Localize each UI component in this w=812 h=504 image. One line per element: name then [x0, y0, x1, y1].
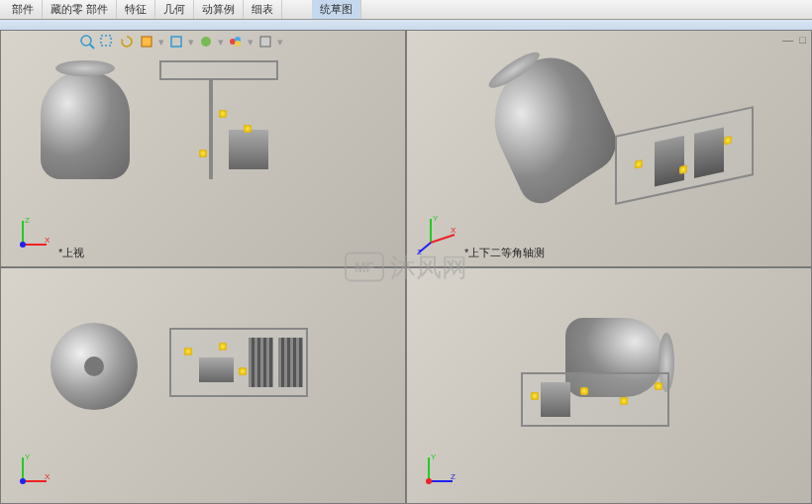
svg-rect-9 [260, 37, 270, 47]
svg-text:Y: Y [25, 453, 31, 461]
view-label-top: *上视 [58, 246, 84, 260]
axis-triad-icon: Y Z [417, 450, 460, 493]
svg-text:X: X [451, 226, 457, 235]
svg-text:Y: Y [433, 214, 439, 223]
section-icon[interactable] [139, 34, 154, 50]
svg-point-8 [235, 41, 241, 47]
main-menubar: 部件 藏的零 部件 特征 几何 动算例 细表 统草图 [0, 0, 812, 20]
restore-button[interactable]: □ [799, 34, 806, 46]
menu-detail[interactable]: 细表 [244, 0, 282, 19]
minimize-button[interactable]: — [782, 34, 793, 46]
viewport-side[interactable]: Y Z [406, 267, 812, 505]
svg-line-1 [90, 45, 94, 49]
model-tank [41, 70, 130, 179]
svg-text:Z: Z [451, 472, 456, 481]
menu-animation[interactable]: 动算例 [194, 0, 244, 19]
viewport-top[interactable]: Z X *上视 [0, 30, 406, 267]
svg-point-14 [20, 242, 26, 248]
menu-geometry[interactable]: 几何 [155, 0, 194, 19]
axis-triad-icon: Y X [11, 450, 54, 493]
viewport-front[interactable]: Y X [0, 267, 406, 505]
rotate-icon[interactable] [119, 34, 135, 50]
model-tank [477, 37, 624, 213]
model-assembly [521, 372, 669, 471]
svg-rect-3 [142, 37, 152, 47]
model-assembly [615, 104, 763, 235]
svg-rect-2 [101, 36, 111, 46]
window-controls: — □ [782, 34, 806, 46]
menu-parts[interactable]: 部件 [4, 0, 43, 19]
viewport-quad: — □ Z X *上视 Y [0, 30, 812, 504]
svg-text:Z: Z [417, 248, 422, 256]
view-toolbar: ▾ ▾ ▾ ▾ ▾ [79, 34, 283, 50]
appearance-icon[interactable] [228, 34, 244, 50]
menu-drawing[interactable]: 统草图 [312, 0, 361, 19]
svg-line-17 [431, 235, 455, 243]
svg-point-5 [201, 37, 211, 47]
scene-icon[interactable] [198, 34, 214, 50]
svg-point-30 [426, 478, 432, 484]
display-style-icon[interactable] [168, 34, 184, 50]
settings-icon[interactable] [257, 34, 273, 50]
svg-text:X: X [45, 236, 51, 245]
svg-text:X: X [45, 472, 51, 481]
svg-text:Z: Z [25, 216, 30, 225]
axis-triad-icon: Y X Z [417, 213, 460, 256]
viewport-isometric[interactable]: Y X Z *上下二等角轴测 [406, 30, 812, 267]
menu-favorite-parts[interactable]: 藏的零 部件 [43, 0, 117, 19]
svg-point-25 [20, 478, 26, 484]
svg-point-0 [81, 36, 91, 46]
model-tank [51, 323, 138, 410]
menu-features[interactable]: 特征 [117, 0, 155, 19]
svg-text:Y: Y [431, 453, 437, 461]
zoom-area-icon[interactable] [99, 34, 115, 50]
zoom-fit-icon[interactable] [79, 34, 95, 50]
model-assembly [169, 328, 318, 427]
model-assembly [159, 60, 308, 159]
svg-rect-4 [171, 37, 181, 47]
axis-triad-icon: Z X [11, 213, 54, 256]
view-label-iso: *上下二等角轴测 [464, 246, 545, 260]
